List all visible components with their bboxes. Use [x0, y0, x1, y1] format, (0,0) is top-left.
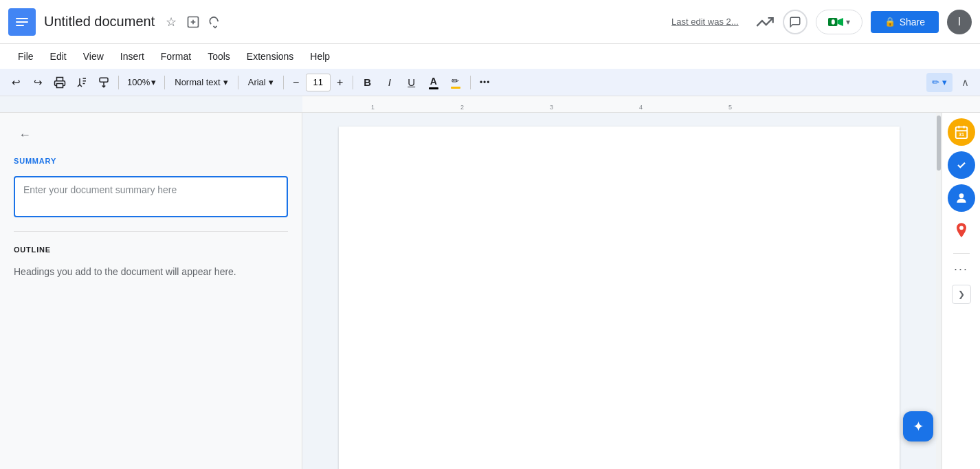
spell-check-button[interactable]: [71, 72, 92, 93]
ruler-mark-5: 5: [728, 104, 732, 111]
paragraph-style-dropdown[interactable]: Normal text ▾: [169, 73, 233, 92]
pencil-icon: ✏: [932, 77, 939, 87]
user-avatar[interactable]: I: [947, 10, 972, 34]
scrollbar-thumb[interactable]: [937, 116, 941, 171]
vertical-scrollbar[interactable]: [936, 113, 942, 469]
paragraph-style-dropdown-icon: ▾: [223, 77, 228, 87]
doc-title[interactable]: Untitled document: [44, 14, 155, 30]
font-dropdown-icon: ▾: [269, 77, 274, 87]
toolbar: ↩ ↪ 100% ▾ Normal text ▾ Arial ▾ − 11 +: [0, 69, 980, 96]
sidebar-divider: [14, 231, 288, 232]
svg-rect-4: [57, 83, 63, 87]
document-page[interactable]: [339, 127, 900, 469]
bold-button[interactable]: B: [357, 72, 378, 93]
title-icons: ☆: [163, 14, 223, 30]
sidebar: ← SUMMARY OUTLINE Headings you add to th…: [0, 113, 302, 469]
menu-file[interactable]: File: [11, 48, 41, 65]
paragraph-style-label: Normal text: [175, 77, 220, 87]
undo-button[interactable]: ↩: [5, 72, 26, 93]
maps-icon[interactable]: [948, 217, 975, 245]
font-color-icon: A: [429, 76, 438, 89]
share-label: Share: [900, 17, 925, 28]
ruler-mark-3: 3: [550, 104, 553, 111]
underline-button[interactable]: U: [401, 72, 422, 93]
separator-5: [353, 76, 353, 89]
svg-point-10: [955, 160, 967, 171]
toolbar-right: ✏ ▾ ∧: [926, 73, 975, 92]
ruler-mark-1: 1: [371, 104, 375, 111]
highlight-button[interactable]: ✏: [445, 72, 466, 93]
paint-format-button[interactable]: [93, 72, 114, 93]
ruler-marks: 1 2 3 4 5: [302, 96, 939, 112]
tasks-icon[interactable]: [948, 151, 975, 179]
back-button[interactable]: ←: [14, 124, 36, 146]
star-icon[interactable]: ☆: [163, 14, 179, 30]
document-canvas[interactable]: [302, 113, 936, 469]
comments-icon[interactable]: [783, 10, 808, 34]
zoom-value: 100%: [127, 77, 150, 87]
font-size-input[interactable]: 11: [306, 74, 331, 91]
ruler-mark-2: 2: [460, 104, 464, 111]
right-panel: 31 ··· ❯: [942, 113, 980, 469]
font-size-increase[interactable]: +: [332, 73, 348, 92]
meet-icon: [828, 14, 843, 30]
zoom-dropdown-icon: ▾: [151, 77, 156, 87]
italic-button[interactable]: I: [379, 72, 400, 93]
expand-panel-button[interactable]: ❯: [952, 285, 971, 304]
last-edit-status[interactable]: Last edit was 2...: [671, 17, 739, 27]
separator-4: [283, 76, 284, 89]
menu-tools[interactable]: Tools: [201, 48, 237, 65]
svg-point-11: [959, 193, 964, 198]
title-bar: Untitled document ☆ Last edit was 2...: [0, 0, 980, 44]
font-dropdown[interactable]: Arial ▾: [243, 73, 279, 92]
more-options-button[interactable]: •••: [475, 72, 495, 93]
font-label: Arial: [248, 77, 266, 87]
separator-3: [238, 76, 238, 89]
outline-section-title: OUTLINE: [14, 246, 288, 254]
title-right-icons: ▾ 🔒 Share I: [755, 10, 972, 34]
ruler: 1 2 3 4 5: [0, 96, 980, 113]
outline-empty-message: Headings you add to the document will ap…: [14, 265, 288, 279]
svg-marker-2: [837, 17, 843, 25]
app-logo: [8, 8, 36, 36]
font-size-decrease[interactable]: −: [288, 73, 304, 92]
calendar-icon[interactable]: 31: [948, 118, 975, 146]
collapse-toolbar-button[interactable]: ∧: [955, 73, 975, 92]
separator-2: [164, 76, 165, 89]
move-to-drive-icon[interactable]: [185, 14, 201, 30]
ruler-mark-4: 4: [639, 104, 643, 111]
main-area: ← SUMMARY OUTLINE Headings you add to th…: [0, 113, 980, 469]
redo-button[interactable]: ↪: [27, 72, 48, 93]
contacts-icon[interactable]: [948, 184, 975, 212]
menu-format[interactable]: Format: [154, 48, 198, 65]
font-color-button[interactable]: A: [423, 72, 444, 93]
separator-6: [470, 76, 471, 89]
svg-text:31: 31: [958, 131, 964, 138]
menu-extensions[interactable]: Extensions: [240, 48, 300, 65]
edit-mode-button[interactable]: ✏ ▾: [926, 73, 953, 92]
separator-1: [118, 76, 119, 89]
menu-edit[interactable]: Edit: [43, 48, 74, 65]
edit-mode-dropdown-icon: ▾: [942, 77, 947, 87]
summary-section-title: SUMMARY: [14, 157, 288, 165]
highlight-icon: ✏: [451, 76, 460, 89]
zoom-control[interactable]: 100% ▾: [123, 73, 160, 92]
more-apps-icon[interactable]: ···: [954, 262, 968, 276]
meet-dropdown-icon: ▾: [846, 17, 850, 27]
font-size-control: − 11 +: [288, 73, 348, 92]
ai-sparkle-icon: ✦: [913, 418, 924, 435]
trending-up-icon[interactable]: [755, 12, 775, 32]
menu-insert[interactable]: Insert: [113, 48, 151, 65]
summary-input[interactable]: [14, 176, 288, 217]
share-button[interactable]: 🔒 Share: [871, 11, 939, 33]
right-panel-separator: [953, 253, 970, 254]
meet-button[interactable]: ▾: [816, 10, 862, 34]
app-logo-icon: [16, 18, 28, 26]
menu-bar: File Edit View Insert Format Tools Exten…: [0, 44, 980, 69]
print-button[interactable]: [49, 72, 70, 93]
svg-point-12: [959, 226, 964, 230]
menu-help[interactable]: Help: [303, 48, 337, 65]
ai-fab-button[interactable]: ✦: [903, 411, 933, 441]
menu-view[interactable]: View: [76, 48, 111, 65]
cloud-save-icon[interactable]: [207, 14, 223, 30]
